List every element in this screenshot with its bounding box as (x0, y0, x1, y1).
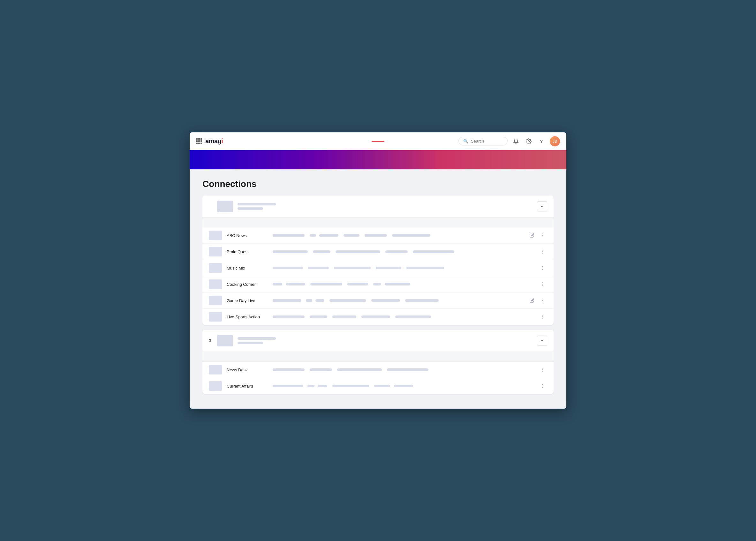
search-input[interactable] (471, 139, 503, 144)
channel-name: News Desk (227, 367, 268, 372)
section-card-1: ABC News (202, 196, 554, 325)
section-info-2 (238, 337, 533, 344)
app-logo: amagi (205, 138, 223, 145)
channel-name: Cooking Corner (227, 282, 268, 287)
section-title-skeleton-1 (238, 203, 276, 206)
svg-point-6 (542, 253, 543, 254)
section-subtitle-skeleton-1 (238, 207, 263, 210)
section-header-1 (202, 196, 554, 217)
channel-name: ABC News (227, 233, 268, 238)
section-thumbnail-2 (217, 335, 233, 346)
section-card-2: 3 News Desk (202, 330, 554, 394)
help-button[interactable]: ? (537, 137, 546, 146)
settings-button[interactable] (524, 137, 533, 146)
svg-point-2 (542, 235, 543, 236)
channel-name: Brain Quest (227, 250, 268, 254)
svg-point-22 (542, 384, 543, 385)
logo-area: amagi (196, 138, 223, 145)
edit-button[interactable] (527, 296, 536, 305)
channel-row: Game Day Live (202, 292, 554, 309)
channel-thumb (209, 365, 222, 374)
channel-meta (273, 267, 534, 269)
svg-point-7 (542, 266, 543, 267)
channel-actions (527, 296, 547, 305)
search-box[interactable]: 🔍 (458, 137, 508, 146)
channel-row: Cooking Corner (202, 276, 554, 292)
channel-name: Music Mix (227, 266, 268, 270)
more-options-button[interactable] (538, 296, 547, 305)
notifications-button[interactable] (511, 137, 520, 146)
nav-center (372, 141, 384, 142)
channel-actions (538, 264, 547, 272)
channel-row: Music Mix (202, 260, 554, 276)
grid-icon[interactable] (196, 138, 202, 144)
svg-point-23 (542, 386, 543, 386)
more-options-button[interactable] (538, 280, 547, 289)
app-window: amagi 🔍 ? JD (190, 132, 566, 409)
banner (190, 150, 566, 169)
more-options-button[interactable] (538, 312, 547, 321)
channel-row: Current Affairs (202, 378, 554, 394)
channel-name: Current Affairs (227, 384, 268, 388)
channel-row: News Desk (202, 362, 554, 378)
channel-actions (538, 312, 547, 321)
avatar[interactable]: JD (550, 136, 560, 147)
svg-point-19 (542, 368, 543, 368)
more-options-button[interactable] (538, 247, 547, 256)
more-options-button[interactable] (538, 264, 547, 272)
channel-meta (273, 299, 523, 302)
channel-actions (527, 231, 547, 240)
more-options-button[interactable] (538, 381, 547, 390)
channel-thumb (209, 247, 222, 257)
svg-point-12 (542, 285, 543, 286)
channel-meta (273, 251, 534, 253)
table-header-2 (202, 351, 554, 362)
svg-point-0 (528, 140, 530, 142)
section-info-1 (238, 203, 533, 210)
section-collapse-button-2[interactable] (537, 335, 547, 346)
search-icon: 🔍 (463, 139, 468, 144)
svg-point-15 (542, 302, 543, 302)
edit-button[interactable] (527, 231, 536, 240)
channel-row: Brain Quest (202, 244, 554, 260)
channel-name: Game Day Live (227, 298, 268, 303)
svg-point-9 (542, 269, 543, 270)
svg-point-18 (542, 318, 543, 319)
svg-point-3 (542, 237, 543, 237)
svg-point-10 (542, 282, 543, 283)
page-title: Connections (202, 179, 554, 189)
svg-point-16 (542, 315, 543, 315)
channel-thumb (209, 263, 222, 273)
channel-meta (273, 368, 534, 371)
nav-active-bar (372, 141, 384, 142)
svg-point-4 (542, 250, 543, 251)
channel-actions (538, 365, 547, 374)
more-options-button[interactable] (538, 365, 547, 374)
section-thumbnail-1 (217, 201, 233, 212)
channel-meta (273, 385, 534, 387)
svg-point-13 (542, 298, 543, 299)
section-header-2: 3 (202, 330, 554, 351)
svg-point-20 (542, 369, 543, 370)
more-options-button[interactable] (538, 231, 547, 240)
channel-name: Live Sports Action (227, 314, 268, 319)
section-number-2: 3 (209, 338, 213, 343)
svg-point-1 (542, 234, 543, 234)
svg-point-24 (542, 387, 543, 388)
table-header-1 (202, 217, 554, 228)
channel-thumb (209, 381, 222, 391)
channel-thumb (209, 296, 222, 305)
nav-right-actions: 🔍 ? JD (458, 136, 560, 147)
channel-thumb (209, 231, 222, 240)
svg-point-21 (542, 371, 543, 372)
channel-row: Live Sports Action (202, 309, 554, 325)
channel-thumb (209, 279, 222, 289)
channel-thumb (209, 312, 222, 321)
channel-meta (273, 234, 523, 237)
svg-point-11 (542, 284, 543, 284)
section-collapse-button-1[interactable] (537, 201, 547, 212)
svg-point-5 (542, 252, 543, 252)
channel-actions (538, 381, 547, 390)
section-subtitle-skeleton-2 (238, 342, 263, 344)
svg-point-17 (542, 316, 543, 317)
